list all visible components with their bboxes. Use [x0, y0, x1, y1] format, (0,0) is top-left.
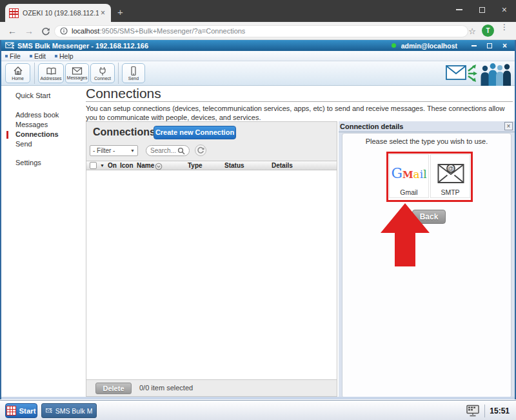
- menu-edit[interactable]: Edit: [30, 52, 46, 60]
- column-on[interactable]: On: [108, 162, 117, 169]
- refresh-button[interactable]: [195, 145, 206, 156]
- connections-panel: Connections Create new Connection - Filt…: [86, 121, 337, 397]
- browser-titlebar: OZEKI 10 (192.168.112.166) × + ×: [0, 0, 516, 22]
- connections-panel-header: Connections Create new Connection - Filt…: [86, 122, 337, 161]
- new-tab-button[interactable]: +: [117, 6, 123, 17]
- back-icon[interactable]: ←: [8, 26, 17, 36]
- row-menu-arrow-icon[interactable]: ▼: [100, 163, 104, 168]
- filter-dropdown[interactable]: - Filter - ▼: [90, 145, 138, 156]
- gmail-option-label: Gmail: [390, 188, 428, 196]
- search-input[interactable]: [149, 146, 177, 155]
- gmail-option-tile[interactable]: GMail Gmail: [389, 154, 429, 198]
- ozeki-start-icon: [6, 406, 16, 415]
- toolbar-home-button[interactable]: Home: [5, 63, 30, 83]
- url-host: localhost: [72, 27, 99, 35]
- sort-icon[interactable]: [155, 163, 163, 170]
- bullet-icon: [55, 55, 57, 57]
- sidebar-item-send[interactable]: Send: [15, 140, 32, 148]
- column-name[interactable]: Name: [137, 162, 154, 169]
- toolbar-separator: [118, 63, 119, 84]
- display-tray-icon[interactable]: [466, 405, 480, 417]
- page-description: You can setup connections (devices, tele…: [86, 104, 513, 123]
- browser-tab[interactable]: OZEKI 10 (192.168.112.166) ×: [5, 4, 111, 22]
- panel-title: Connections: [93, 126, 155, 138]
- toolbar-send-button[interactable]: Send: [122, 63, 145, 83]
- table-header: ▼ On Icon Name Type Status Details: [86, 161, 337, 170]
- smtp-option-tile[interactable]: @ SMTP: [430, 154, 470, 198]
- app-title: SMS Bulk Messenger - 192.168.112.166: [17, 42, 148, 50]
- browser-menu-icon[interactable]: ⋮: [501, 25, 508, 29]
- sidebar-item-connections[interactable]: Connections: [15, 130, 59, 138]
- create-connection-button[interactable]: Create new Connection: [154, 126, 236, 139]
- delete-button[interactable]: Delete: [95, 383, 132, 394]
- forward-icon[interactable]: →: [25, 26, 34, 36]
- annotation-arrow-up: [380, 203, 430, 266]
- refresh-icon: [197, 146, 204, 154]
- app-maximize-button[interactable]: [487, 43, 492, 48]
- start-button[interactable]: Start: [5, 403, 37, 418]
- bullet-icon: [30, 55, 32, 57]
- svg-text:@: @: [448, 165, 453, 172]
- bullet-icon: [5, 55, 8, 57]
- app-bottom-strip: [1, 397, 515, 399]
- toolbar-separator: [34, 63, 35, 84]
- divider: [339, 132, 515, 132]
- connections-panel-footer: Delete 0/0 item selected: [86, 379, 337, 396]
- app-minimize-button[interactable]: [471, 45, 477, 46]
- app-titlebar: SMS Bulk Messenger - 192.168.112.166 adm…: [1, 40, 515, 51]
- profile-avatar[interactable]: T: [482, 25, 494, 37]
- home-icon: [13, 66, 23, 76]
- selection-status: 0/0 item selected: [139, 384, 193, 392]
- info-icon[interactable]: [60, 27, 68, 35]
- connection-details-panel: Connection details × Please select the t…: [339, 121, 515, 399]
- sidebar-item-address-book[interactable]: Address book: [15, 111, 59, 119]
- online-status-dot: [392, 43, 396, 48]
- screen: OZEKI 10 (192.168.112.166) × + × ← → loc…: [0, 0, 516, 420]
- logged-in-user: admin@localhost: [401, 42, 457, 50]
- tab-close-icon[interactable]: ×: [99, 8, 107, 17]
- search-box[interactable]: [146, 145, 190, 156]
- sidebar-item-messages[interactable]: Messages: [15, 121, 48, 128]
- menu-help[interactable]: Help: [55, 52, 74, 60]
- app-window: SMS Bulk Messenger - 192.168.112.166 adm…: [0, 40, 516, 399]
- browser-minimize-button[interactable]: [456, 9, 462, 10]
- tab-title: OZEKI 10 (192.168.112.166): [23, 9, 99, 17]
- search-icon[interactable]: [177, 147, 185, 155]
- url-bar[interactable]: localhost:9505/SMS+Bulk+Messenger/?a=Con…: [54, 25, 468, 37]
- taskbar: Start SMS Bulk Mess... 15:51: [0, 400, 516, 420]
- select-all-checkbox[interactable]: [90, 162, 97, 169]
- app-envelope-icon: [5, 42, 14, 49]
- toolbar-addresses-button[interactable]: Addresses: [38, 63, 64, 83]
- toolbar-messages-button[interactable]: Messages: [65, 63, 89, 83]
- phone-icon: [129, 66, 138, 76]
- column-icon[interactable]: Icon: [120, 162, 134, 169]
- app-menubar: File Edit Help: [1, 51, 515, 61]
- close-icon[interactable]: ×: [504, 122, 513, 130]
- app-close-button[interactable]: ×: [502, 43, 507, 48]
- browser-close-button[interactable]: ×: [502, 6, 507, 13]
- taskbar-app-button[interactable]: SMS Bulk Mess...: [41, 403, 97, 418]
- type-select-prompt: Please select the type you wish to use.: [342, 137, 511, 145]
- app-envelope-icon: [46, 407, 52, 414]
- active-item-indicator: [6, 131, 8, 139]
- column-details[interactable]: Details: [272, 162, 293, 169]
- sidebar-item-settings[interactable]: Settings: [15, 159, 41, 166]
- menu-file[interactable]: File: [5, 52, 21, 60]
- sidebar-item-quick-start[interactable]: Quick Start: [15, 92, 50, 99]
- system-tray: 15:51: [466, 401, 516, 420]
- smtp-option-label: SMTP: [431, 188, 470, 196]
- column-type[interactable]: Type: [188, 162, 203, 169]
- reload-icon[interactable]: [41, 26, 50, 35]
- toolbar-connect-button[interactable]: Connect: [90, 63, 115, 83]
- messaging-people-graphic: [445, 61, 512, 87]
- browser-maximize-button[interactable]: [479, 7, 485, 13]
- page-title: Connections: [86, 86, 513, 102]
- annotation-highlight-box: GMail Gmail @ SMTP: [386, 152, 473, 202]
- bookmark-star-icon[interactable]: ☆: [468, 26, 476, 36]
- tray-separator: [484, 405, 485, 417]
- app-toolbar: Home Addresses Messages Connect: [1, 61, 515, 86]
- ozeki-favicon: [9, 8, 19, 18]
- column-status[interactable]: Status: [224, 162, 244, 169]
- url-text: localhost:9505/SMS+Bulk+Messenger/?a=Con…: [72, 27, 245, 35]
- plug-icon: [97, 66, 108, 76]
